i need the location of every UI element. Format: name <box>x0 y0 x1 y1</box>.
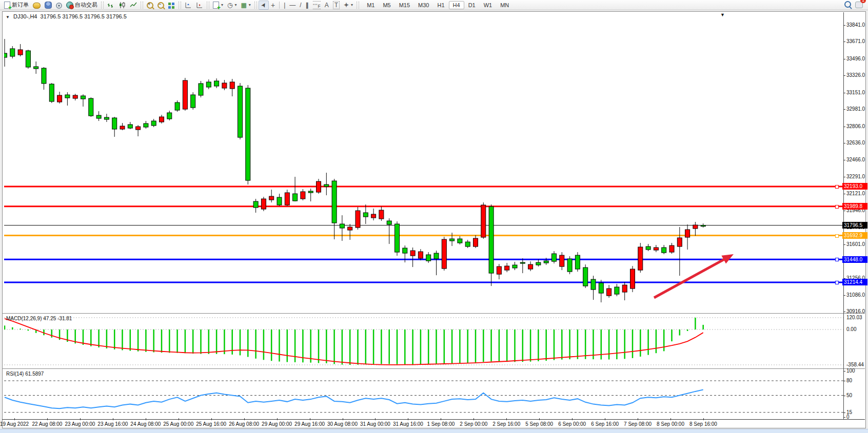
line-handle-support-1[interactable] <box>835 258 839 261</box>
trendline-button[interactable]: / <box>298 1 303 9</box>
tab-timeframe-MN[interactable]: MN <box>496 1 513 9</box>
bearish-candlestick <box>356 207 360 230</box>
bullish-candlestick <box>49 83 54 103</box>
time-axis-tickmark <box>80 418 81 420</box>
toolbar-separator <box>279 2 280 9</box>
price-axis-tickmark <box>843 194 845 194</box>
toolbar-grip <box>141 2 143 9</box>
bullish-candlestick <box>206 79 211 89</box>
time-axis-label: 2 Sep 16:00 <box>492 421 520 427</box>
candlestick-chart-button[interactable] <box>116 1 128 9</box>
bearish-candlestick <box>371 209 376 220</box>
bar-chart-button[interactable] <box>105 1 116 9</box>
equidistant-channel-icon: ∥ <box>306 2 309 9</box>
tile-windows-button[interactable] <box>166 1 177 9</box>
line-handle-pivot[interactable] <box>835 234 839 238</box>
bearish-candlestick <box>693 222 698 236</box>
bullish-candlestick <box>662 245 666 254</box>
line-handle-resistance-1[interactable] <box>835 185 839 189</box>
price-axis-line <box>843 12 844 419</box>
rsi-axis-label: 0 <box>846 414 850 420</box>
time-axis-border <box>2 419 865 420</box>
bullish-candlestick <box>214 78 219 88</box>
toolbar-grip <box>357 2 359 9</box>
dropdown-arrow-icon: ▾ <box>235 3 237 7</box>
crosshair-icon: + <box>271 2 275 9</box>
zoom-out-button[interactable]: − <box>155 1 166 9</box>
periods-button[interactable]: ◷▾ <box>225 1 239 9</box>
navigator-button[interactable] <box>54 1 64 9</box>
tab-timeframe-M30[interactable]: M30 <box>414 1 433 9</box>
data-window-button[interactable] <box>43 1 54 9</box>
text-button[interactable]: A <box>323 1 331 9</box>
time-axis-tickmark <box>539 418 540 420</box>
tab-timeframe-W1[interactable]: W1 <box>480 1 497 9</box>
bearish-candlestick <box>73 94 77 100</box>
tab-timeframe-H4[interactable]: H4 <box>449 1 464 9</box>
price-axis-tickmark <box>843 42 845 42</box>
fibonacci-button[interactable]: ⋯F <box>311 1 323 10</box>
zoom-out-icon: − <box>157 2 164 9</box>
time-axis-tickmark <box>47 418 48 420</box>
time-axis-label: 29 Aug 00:00 <box>262 421 292 427</box>
time-axis-label: 22 Aug 08:00 <box>32 421 62 427</box>
indicators-button[interactable]: ▾ <box>211 1 225 9</box>
market-watch-icon <box>33 3 41 9</box>
rsi-axis-label: 100 <box>846 368 855 374</box>
price-axis-tickmark <box>843 109 845 110</box>
tab-timeframe-D1[interactable]: D1 <box>464 1 480 9</box>
time-axis-tickmark <box>113 418 113 420</box>
autotrading-button[interactable]: 自动交易 <box>64 1 100 9</box>
auto-scroll-button[interactable] <box>183 1 194 9</box>
search-button[interactable] <box>844 1 851 9</box>
search-icon <box>844 1 851 8</box>
ohlc-quote-label: 31796.5 31796.5 31796.5 31796.5 <box>41 13 127 19</box>
line-chart-button[interactable] <box>128 1 139 9</box>
line-handle-support-2[interactable] <box>835 281 839 284</box>
bullish-candlestick <box>489 204 494 286</box>
bullish-candlestick <box>615 284 619 296</box>
templates-button[interactable]: ▦▾ <box>239 1 253 9</box>
zoom-in-button[interactable]: + <box>145 1 155 9</box>
new-order-button[interactable]: 新订单 <box>2 1 31 9</box>
bearish-candlestick <box>442 237 446 271</box>
chart-shift-marker[interactable]: ▼ <box>720 12 725 17</box>
time-axis-tickmark <box>441 418 441 420</box>
time-axis-tickmark <box>703 418 704 420</box>
horizontal-line-button[interactable]: — <box>287 1 298 9</box>
bearish-candlestick <box>348 224 352 240</box>
bearish-candlestick <box>685 224 690 250</box>
text-label-button[interactable]: T <box>331 1 342 10</box>
equidistant-channel-button[interactable]: ∥ <box>304 1 311 9</box>
bullish-candlestick <box>144 121 148 129</box>
price-axis-label: 30916.0 <box>846 308 865 314</box>
time-axis-tickmark <box>14 418 15 420</box>
bullish-candlestick <box>308 189 313 201</box>
tab-timeframe-H1[interactable]: H1 <box>433 1 449 9</box>
tab-timeframe-M5[interactable]: M5 <box>379 1 394 9</box>
price-axis-label: 31086.0 <box>846 292 865 298</box>
time-axis-tickmark <box>638 418 638 420</box>
market-watch-button[interactable] <box>31 1 43 9</box>
chart-collapse-icon[interactable]: ▼ <box>6 15 10 19</box>
bullish-candlestick <box>104 114 109 122</box>
bearish-candlestick <box>285 190 289 206</box>
arrows-button[interactable]: ✦▾ <box>342 1 355 9</box>
price-axis-tickmark <box>843 93 845 93</box>
new-order-icon <box>4 2 10 9</box>
cursor-button[interactable]: ➤ <box>259 1 269 10</box>
crosshair-button[interactable]: + <box>269 1 277 9</box>
line-chart-icon <box>130 2 137 9</box>
dropdown-arrow-icon: ▾ <box>221 3 223 7</box>
time-axis-label: 31 Aug 16:00 <box>393 421 423 427</box>
rsi-axis-tickmark <box>843 396 845 396</box>
notifications-button[interactable]: 1 <box>855 1 863 9</box>
line-handle-resistance-2[interactable] <box>835 205 839 209</box>
bullish-candlestick <box>96 111 101 121</box>
tab-timeframe-M1[interactable]: M1 <box>363 1 379 9</box>
vertical-line-button[interactable]: | <box>282 1 287 9</box>
chart-shift-button[interactable] <box>194 1 205 9</box>
time-axis-tickmark <box>310 418 310 420</box>
bearish-candlestick <box>269 190 274 202</box>
tab-timeframe-M15[interactable]: M15 <box>395 1 414 9</box>
